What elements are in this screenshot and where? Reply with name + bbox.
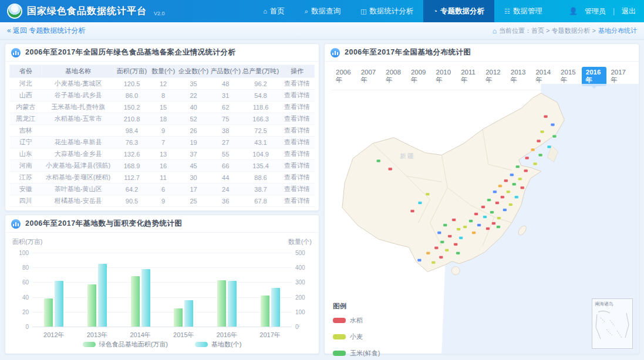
detail-link[interactable]: 查看详情 bbox=[280, 101, 315, 113]
map-marker[interactable] bbox=[477, 223, 481, 226]
map-marker[interactable] bbox=[417, 259, 422, 261]
map-marker[interactable] bbox=[514, 196, 518, 199]
chart-legend-item[interactable]: 基地数(个) bbox=[195, 340, 241, 349]
map-marker[interactable] bbox=[483, 216, 487, 219]
province-link[interactable]: 黑龙江 bbox=[10, 113, 42, 125]
map-marker[interactable] bbox=[454, 243, 458, 246]
map-marker[interactable] bbox=[493, 191, 497, 193]
map-marker[interactable] bbox=[498, 185, 502, 188]
detail-link[interactable]: 查看详情 bbox=[280, 90, 315, 101]
map-marker[interactable] bbox=[497, 217, 501, 220]
map-marker[interactable] bbox=[439, 256, 443, 259]
table-row[interactable]: 山西谷子基地-武乡县86.08223154.8查看详情 bbox=[10, 90, 315, 101]
map-marker[interactable] bbox=[431, 261, 436, 264]
map-marker[interactable] bbox=[533, 162, 537, 165]
china-map[interactable]: 新疆 图例 水稻小麦玉米(鲜食)大豆果蔬其他 南海诸岛 bbox=[325, 83, 639, 354]
map-marker[interactable] bbox=[500, 196, 504, 199]
table-row[interactable]: 内蒙古玉米基地-扎赉特旗150.2154062118.6查看详情 bbox=[10, 101, 315, 113]
province-link[interactable]: 江苏 bbox=[10, 172, 42, 184]
map-marker[interactable] bbox=[506, 191, 510, 193]
map-marker[interactable] bbox=[426, 193, 430, 196]
detail-link[interactable]: 查看详情 bbox=[280, 113, 315, 125]
map-marker[interactable] bbox=[440, 240, 444, 243]
detail-link[interactable]: 查看详情 bbox=[280, 137, 315, 148]
table-row[interactable]: 吉林98.49263872.5查看详情 bbox=[10, 125, 315, 137]
map-marker[interactable] bbox=[524, 169, 528, 172]
nav-tab-数据统计分析[interactable]: ◫数据统计分析 bbox=[350, 0, 423, 22]
map-marker[interactable] bbox=[474, 213, 478, 216]
map-marker[interactable] bbox=[443, 223, 447, 226]
map-marker[interactable] bbox=[472, 231, 476, 234]
map-marker[interactable] bbox=[512, 183, 516, 186]
province-link[interactable]: 河北 bbox=[10, 78, 42, 90]
map-marker[interactable] bbox=[426, 252, 430, 254]
map-marker[interactable] bbox=[491, 222, 495, 225]
map-marker[interactable] bbox=[520, 186, 524, 189]
table-row[interactable]: 辽宁花生基地-阜新县76.37192743.1查看详情 bbox=[10, 137, 315, 148]
map-marker[interactable] bbox=[418, 202, 422, 205]
map-marker[interactable] bbox=[510, 174, 514, 176]
detail-link[interactable]: 查看详情 bbox=[280, 148, 315, 160]
map-marker[interactable] bbox=[544, 115, 548, 118]
province-link[interactable]: 山东 bbox=[10, 148, 42, 160]
map-marker[interactable] bbox=[457, 227, 461, 230]
province-link[interactable]: 内蒙古 bbox=[10, 101, 42, 113]
map-marker[interactable] bbox=[518, 178, 522, 181]
map-marker[interactable] bbox=[469, 219, 473, 222]
map-marker[interactable] bbox=[445, 249, 449, 252]
map-marker[interactable] bbox=[481, 206, 485, 209]
detail-link[interactable]: 查看详情 bbox=[280, 160, 315, 172]
map-legend-item[interactable]: 水稻 bbox=[333, 316, 380, 325]
map-marker[interactable] bbox=[463, 225, 467, 228]
table-row[interactable]: 安徽茶叶基地-黄山区64.26172438.7查看详情 bbox=[10, 184, 315, 195]
map-marker[interactable] bbox=[448, 235, 452, 237]
map-marker[interactable] bbox=[515, 165, 520, 168]
map-marker[interactable] bbox=[376, 159, 380, 162]
map-legend-item[interactable]: 小麦 bbox=[333, 332, 380, 341]
map-marker[interactable] bbox=[490, 211, 494, 214]
table-row[interactable]: 山东大蒜基地-金乡县132.6133755104.9查看详情 bbox=[10, 148, 315, 160]
nav-tab-数据管理[interactable]: ☷数据管理 bbox=[494, 0, 552, 22]
province-link[interactable]: 吉林 bbox=[10, 125, 42, 137]
map-marker[interactable] bbox=[495, 202, 499, 205]
table-row[interactable]: 河北小麦基地-藁城区120.512354896.2查看详情 bbox=[10, 78, 315, 90]
chart-legend-item[interactable]: 绿色食品基地面积(万亩) bbox=[83, 340, 168, 349]
province-link[interactable]: 安徽 bbox=[10, 184, 42, 195]
table-row[interactable]: 河南小麦基地-延津县(强筋)168.9164566135.4查看详情 bbox=[10, 160, 315, 172]
logout-link[interactable]: 退出 bbox=[622, 6, 636, 16]
back-link[interactable]: « 返回 专题数据统计分析 bbox=[7, 26, 85, 36]
map-marker[interactable] bbox=[452, 218, 456, 221]
map-marker[interactable] bbox=[456, 252, 460, 254]
map-marker[interactable] bbox=[503, 209, 507, 212]
province-link[interactable]: 山西 bbox=[10, 90, 42, 101]
province-link[interactable]: 辽宁 bbox=[10, 137, 42, 148]
map-marker[interactable] bbox=[540, 130, 544, 133]
map-marker[interactable] bbox=[434, 246, 439, 249]
nav-tab-数据查询[interactable]: ⌕数据查询 bbox=[295, 0, 350, 22]
map-marker[interactable] bbox=[525, 157, 529, 159]
map-marker[interactable] bbox=[437, 231, 441, 234]
detail-link[interactable]: 查看详情 bbox=[280, 78, 315, 90]
detail-link[interactable]: 查看详情 bbox=[280, 125, 315, 137]
breadcrumb-current[interactable]: 基地分布统计 bbox=[598, 26, 637, 35]
map-legend-item[interactable]: 玉米(鲜食) bbox=[333, 349, 380, 358]
province-link[interactable]: 河南 bbox=[10, 160, 42, 172]
map-marker[interactable] bbox=[551, 123, 555, 126]
map-marker[interactable] bbox=[538, 154, 542, 157]
map-marker[interactable] bbox=[508, 203, 512, 206]
map-marker[interactable] bbox=[459, 236, 463, 239]
map-marker[interactable] bbox=[547, 145, 551, 148]
detail-link[interactable]: 查看详情 bbox=[280, 184, 315, 195]
username[interactable]: 管理员 bbox=[585, 6, 606, 16]
table-row[interactable]: 黑龙江水稻基地-五常市210.8185275166.3查看详情 bbox=[10, 113, 315, 125]
map-marker[interactable] bbox=[388, 168, 392, 171]
map-marker[interactable] bbox=[410, 210, 414, 213]
table-row[interactable]: 江苏水稻基地-姜堰区(粳稻)112.711304488.6查看详情 bbox=[10, 172, 315, 184]
map-marker[interactable] bbox=[485, 227, 490, 230]
map-marker[interactable] bbox=[552, 135, 557, 138]
nav-tab-专题数据分析[interactable]: ◔专题数据分析 bbox=[423, 0, 494, 22]
province-link[interactable]: 四川 bbox=[10, 195, 42, 207]
detail-link[interactable]: 查看详情 bbox=[280, 172, 315, 184]
map-marker[interactable] bbox=[531, 148, 535, 151]
table-row[interactable]: 四川柑橘基地-安岳县90.59253667.8查看详情 bbox=[10, 195, 315, 207]
